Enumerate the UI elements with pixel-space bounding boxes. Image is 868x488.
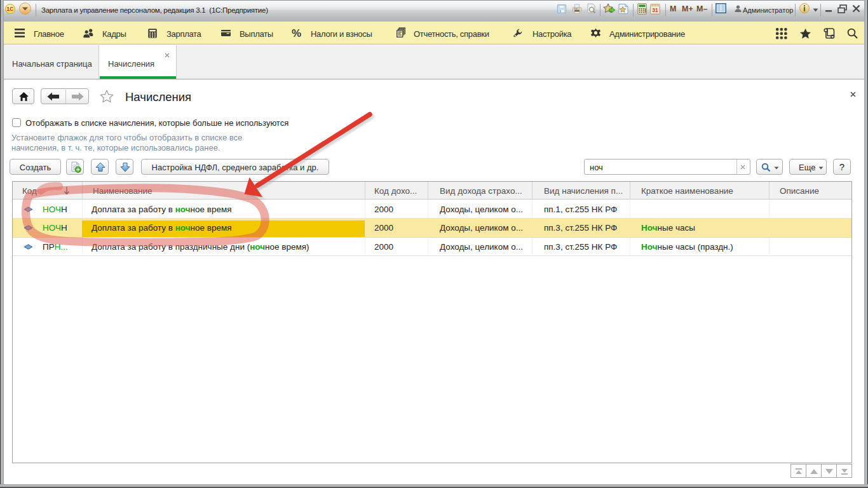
svg-text:31: 31 [652, 7, 658, 13]
svg-text:1С: 1С [7, 6, 14, 12]
